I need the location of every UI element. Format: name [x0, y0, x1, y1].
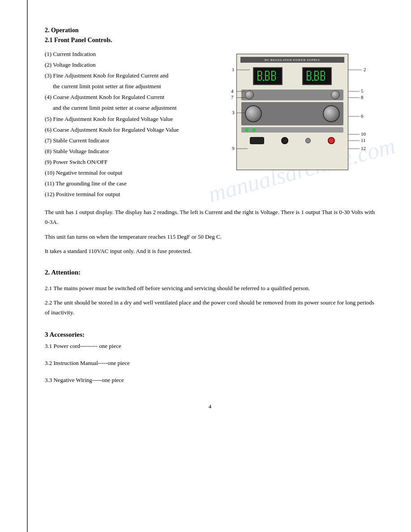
list-item: (2) Voltage Indication: [45, 60, 214, 70]
power-switch: [250, 137, 264, 144]
svg-rect-7: [263, 80, 264, 81]
list-item: (7) Stable Current Indicator: [45, 136, 214, 146]
svg-rect-39: [321, 72, 321, 75]
voltage-display: [302, 67, 332, 85]
current-display: [253, 67, 283, 85]
coarse-knob-current: [245, 105, 262, 122]
list-item: and the current limit point setter at co…: [45, 103, 214, 113]
terminals-row: [237, 134, 348, 147]
svg-rect-22: [307, 71, 310, 72]
accessory-3: 3.3 Negative Wiring-----one piece: [45, 375, 375, 385]
label-6: 6: [361, 113, 364, 119]
svg-rect-5: [257, 76, 258, 80]
page-number: 4: [45, 403, 375, 410]
svg-rect-13: [265, 76, 266, 80]
svg-rect-16: [275, 72, 276, 75]
section2-heading: 2. Operation: [45, 27, 375, 34]
items-list: (1) Current Indication (2) Voltage Indic…: [45, 49, 214, 200]
svg-rect-18: [271, 75, 275, 76]
label-3: 3: [232, 110, 235, 115]
svg-rect-43: [321, 80, 324, 81]
svg-rect-3: [257, 75, 261, 76]
list-item: (3) Fine Adjustment Knob for Regulated C…: [45, 71, 214, 81]
device-title: DC REGULATED POWER SUPPLY: [240, 57, 344, 63]
label-8: 8: [361, 94, 364, 100]
description-p2: This unit fan turns on when the temperat…: [45, 232, 375, 242]
svg-rect-27: [307, 76, 308, 80]
device-diagram-container: DC REGULATED POWER SUPPLY: [223, 49, 375, 184]
subsection21-heading: 2.1 Front Panel Controls.: [45, 37, 375, 44]
fine-adjustment-row: [241, 90, 343, 100]
svg-rect-8: [265, 71, 269, 72]
svg-rect-36: [314, 80, 318, 81]
label-11: 11: [361, 137, 366, 143]
content-area: (1) Current Indication (2) Voltage Indic…: [45, 49, 375, 200]
description-p3: It takes a standard 110VAC input only. A…: [45, 246, 375, 256]
svg-rect-15: [271, 71, 275, 72]
svg-rect-2: [257, 72, 258, 75]
coarse-adjustment-row: [241, 102, 343, 125]
svg-rect-24: [307, 72, 308, 75]
svg-rect-38: [324, 72, 325, 75]
svg-rect-17: [271, 72, 272, 75]
label-10: 10: [361, 131, 366, 137]
description-p1: The unit has 1 output display. The displ…: [45, 207, 375, 227]
list-item: (6) Coarse Adjustment Knob for Regulated…: [45, 125, 214, 135]
ground-terminal: [305, 138, 311, 143]
svg-rect-29: [312, 80, 313, 81]
svg-rect-21: [271, 80, 275, 81]
svg-rect-9: [269, 72, 270, 75]
svg-rect-35: [314, 76, 315, 80]
svg-rect-6: [257, 80, 261, 81]
list-item: (11) The grounding line of the case: [45, 179, 214, 189]
coarse-knob-voltage: [323, 105, 340, 122]
voltage-display-digits: [306, 70, 328, 82]
list-item: (10) Negative terminal for output: [45, 168, 214, 178]
svg-rect-11: [265, 75, 269, 76]
svg-rect-23: [310, 72, 311, 75]
svg-rect-19: [275, 76, 276, 80]
label-1: 1: [232, 67, 235, 72]
current-display-digits: [257, 70, 279, 82]
svg-rect-25: [307, 75, 310, 76]
svg-rect-12: [269, 76, 270, 80]
list-item: (4) Coarse Adjustment Knob for Regulated…: [45, 92, 214, 102]
svg-rect-32: [314, 72, 315, 75]
attention-heading: 2. Attention:: [45, 269, 375, 276]
svg-rect-37: [321, 71, 324, 72]
current-indicator-led: [245, 128, 248, 132]
list-item: (12) Positive terminal for output: [45, 189, 214, 199]
accessories-heading: 3 Accessories:: [45, 331, 375, 339]
accessory-2: 3.2 Instruction Manual-----one piece: [45, 358, 375, 368]
list-item: (9) Power Switch ON/OFF: [45, 157, 214, 167]
svg-rect-0: [257, 71, 261, 72]
list-item: (5) Fine Adjustment Knob for Regulated V…: [45, 114, 214, 124]
svg-rect-4: [261, 76, 262, 80]
voltage-indicator-led: [252, 128, 256, 132]
left-border: [27, 0, 28, 532]
list-item: (1) Current Indication: [45, 49, 214, 59]
accessory-1: 3.1 Power cord--------- one piece: [45, 341, 375, 351]
page: manualsarchive.com 2. Operation 2.1 Fron…: [0, 0, 411, 532]
label-5: 5: [361, 88, 364, 94]
fine-knob-voltage: [331, 90, 340, 99]
svg-rect-41: [324, 76, 325, 80]
indicator-row: [241, 127, 343, 133]
svg-rect-26: [310, 76, 311, 80]
svg-rect-28: [307, 80, 310, 81]
svg-rect-1: [261, 72, 262, 75]
attention-p1: 2.1 The mains power must be switched off…: [45, 283, 375, 293]
fine-knob-current: [245, 90, 254, 99]
svg-rect-14: [265, 80, 269, 81]
label-2: 2: [364, 67, 366, 72]
svg-rect-33: [314, 75, 318, 76]
label-12: 12: [361, 146, 366, 151]
attention-p2: 2.2 The unit should be stored in a dry a…: [45, 298, 375, 317]
accessories-section: 3 Accessories: 3.1 Power cord--------- o…: [45, 331, 375, 385]
description-section: The unit has 1 output display. The displ…: [45, 207, 375, 256]
svg-rect-40: [321, 75, 324, 76]
label-7: 7: [231, 94, 234, 100]
list-item: (8) Stable Voltage Indicator: [45, 146, 214, 156]
negative-terminal: [281, 137, 288, 144]
svg-rect-10: [265, 72, 266, 75]
